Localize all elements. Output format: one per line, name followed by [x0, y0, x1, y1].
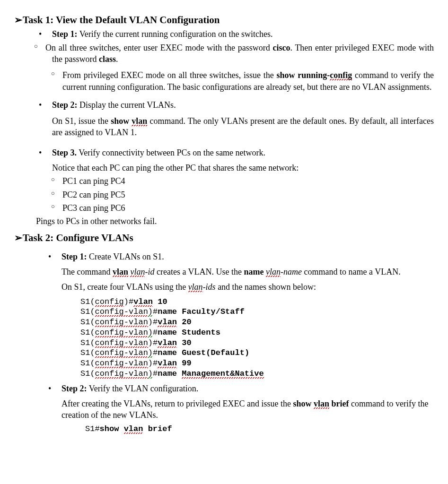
- task2-step2: •Step 2: Verify the VLAN configuration.: [61, 383, 434, 394]
- text: PC1 can ping PC4: [62, 176, 125, 186]
- task-2-header: ➢Task 2: Configure VLANs: [24, 231, 434, 244]
- step-label: Step 2:: [61, 384, 87, 393]
- open-bullet-icon: ○: [51, 202, 62, 211]
- bullet-icon: •: [48, 251, 61, 262]
- text: vlan: [130, 267, 145, 278]
- text: On all three switches, enter user EXEC m…: [45, 43, 272, 52]
- step-text: Verify connectivity between PCs on the s…: [77, 148, 265, 157]
- step-text: Display the current VLANs.: [78, 100, 176, 110]
- task1-step3: •Step 3. Verify connectivity between PCs…: [52, 147, 434, 158]
- task1-step3-outro: Pings to PCs in other networks fail.: [36, 216, 434, 227]
- step-label: Step 1:: [52, 29, 78, 39]
- step-text: Create VLANs on S1.: [87, 252, 164, 261]
- step-text: Verify the VLAN configuration.: [87, 384, 199, 393]
- text: vlan: [188, 282, 203, 293]
- bullet-icon: •: [48, 383, 61, 394]
- text: vlan: [314, 399, 329, 410]
- text: On S1, create four VLANs using the: [61, 282, 188, 292]
- task1-step1-sub: ○From privileged EXEC mode on all three …: [62, 69, 434, 93]
- text: show running-: [276, 70, 330, 80]
- task2-step1-p2: On S1, create four VLANs using the vlan-…: [61, 281, 434, 293]
- text: vlan: [113, 267, 128, 278]
- text: vlan: [266, 267, 281, 278]
- open-bullet-icon: ○: [51, 175, 62, 184]
- list-item: ○PC1 can ping PC4: [62, 175, 434, 187]
- text: creates a VLAN. Use the: [154, 267, 244, 277]
- task2-step2-para: After creating the VLANs, return to priv…: [61, 398, 434, 421]
- step-label: Step 3.: [52, 148, 77, 157]
- bullet-icon: •: [39, 147, 52, 158]
- text: show: [111, 116, 132, 126]
- code-block: S1#show vlan brief: [85, 424, 434, 435]
- task-1-title: Task 1: View the Default VLAN Configurat…: [23, 14, 220, 26]
- text: -ids: [203, 282, 216, 292]
- text: config: [330, 70, 352, 81]
- task2-step1: •Step 1: Create VLANs on S1.: [61, 251, 434, 262]
- code-block: S1(config)#vlan 10 S1(config-vlan)#name …: [80, 297, 434, 379]
- text: The command: [61, 267, 113, 277]
- text: After creating the VLANs, return to priv…: [61, 399, 293, 408]
- text: class: [99, 54, 116, 64]
- text: vlan: [132, 116, 147, 127]
- text: .: [116, 54, 118, 64]
- text: show: [293, 399, 314, 408]
- text: cisco: [272, 43, 290, 52]
- text: -name: [281, 267, 302, 277]
- text: PC2 can ping PC5: [62, 190, 125, 199]
- task1-step2-para: On S1, issue the show vlan command. The …: [52, 115, 434, 138]
- open-bullet-icon: ○: [34, 42, 45, 51]
- open-bullet-icon: ○: [51, 189, 62, 198]
- list-item: ○PC3 can ping PC6: [62, 202, 434, 214]
- bullet-icon: •: [39, 28, 52, 40]
- bullet-icon: •: [39, 99, 52, 111]
- text: brief: [329, 399, 349, 408]
- arrow-icon: ➢: [14, 231, 23, 244]
- step-label: Step 2:: [52, 100, 78, 110]
- task-1-header: ➢Task 1: View the Default VLAN Configura…: [24, 13, 434, 26]
- text: -id: [145, 267, 154, 277]
- task1-step3-intro: Notice that each PC can ping the other P…: [52, 162, 434, 173]
- list-item: ○PC2 can ping PC5: [62, 189, 434, 200]
- step-label: Step 1:: [61, 252, 87, 261]
- text: From privileged EXEC mode on all three s…: [62, 70, 276, 80]
- task2-step1-p1: The command vlan vlan-id creates a VLAN.…: [61, 266, 434, 277]
- text: and the names shown below:: [216, 282, 316, 292]
- text: On S1, issue the: [52, 116, 111, 126]
- step-text: Verify the current running configuration…: [78, 29, 273, 39]
- text: command to name a VLAN.: [302, 267, 401, 277]
- task-2-title: Task 2: Configure VLANs: [23, 232, 133, 243]
- task1-step1: •Step 1: Verify the current running conf…: [52, 28, 434, 40]
- open-bullet-icon: ○: [51, 69, 62, 78]
- text: PC3 can ping PC6: [62, 203, 125, 213]
- arrow-icon: ➢: [14, 13, 23, 26]
- task1-step2: •Step 2: Display the current VLANs.: [52, 99, 434, 111]
- text: name: [244, 267, 264, 277]
- task1-step1-para: ○On all three switches, enter user EXEC …: [52, 42, 434, 65]
